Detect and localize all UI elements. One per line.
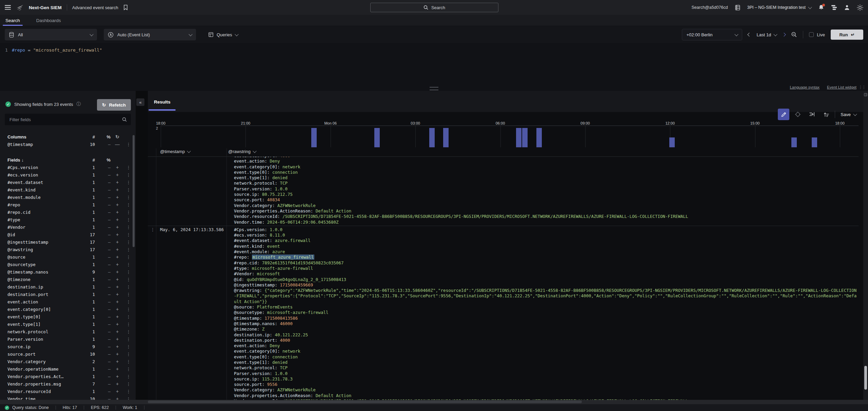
event-list-widget-link[interactable]: Event List widget: [827, 85, 856, 89]
view-mode-selector[interactable]: Auto (Event List): [104, 29, 196, 40]
field-value[interactable]: 4000: [280, 157, 290, 158]
field-menu-icon[interactable]: ⋮: [124, 217, 133, 222]
queries-menu-button[interactable]: Queries: [208, 32, 238, 37]
add-field-button[interactable]: +: [111, 351, 124, 357]
add-field-button[interactable]: +: [111, 321, 124, 327]
add-field-button[interactable]: +: [111, 224, 124, 230]
field-value[interactable]: Z: [262, 326, 265, 332]
timeline-bar[interactable]: [522, 128, 528, 147]
add-field-button[interactable]: +: [111, 284, 124, 289]
field-menu-icon[interactable]: ⋮: [124, 232, 133, 237]
add-field-button[interactable]: +: [111, 209, 124, 215]
field-menu-icon[interactable]: ⋮: [124, 269, 133, 275]
field-menu-icon[interactable]: ⋮: [124, 329, 133, 334]
field-value[interactable]: azure: [272, 249, 285, 254]
field-menu-icon[interactable]: ⋮: [124, 247, 133, 252]
field-row[interactable]: source.ip9–+⋮: [0, 343, 136, 350]
field-value[interactable]: 1715008413586: [264, 316, 298, 321]
field-row[interactable]: destination.port1–+⋮: [0, 291, 136, 298]
field-menu-icon[interactable]: ⋮: [124, 202, 133, 207]
field-value[interactable]: denied: [272, 360, 288, 365]
field-row[interactable]: #repo.cid1–+⋮: [0, 208, 136, 216]
field-menu-icon[interactable]: ⋮: [124, 172, 133, 178]
add-field-button[interactable]: +: [111, 277, 124, 282]
field-row[interactable]: #Cps.version1–+⋮: [0, 164, 136, 171]
field-value[interactable]: 40.121.222.25: [275, 332, 308, 337]
column-row[interactable]: @timestamp10–—⋮: [0, 141, 136, 148]
field-menu-icon[interactable]: ⋮: [124, 142, 133, 147]
field-row[interactable]: Vendor.properties.msg7–+⋮: [0, 380, 136, 388]
zoom-out-icon[interactable]: [791, 32, 797, 38]
timeline-plot[interactable]: 18:0021:00Mon 0603:0006:0009:0012:0015:0…: [161, 126, 840, 147]
field-menu-icon[interactable]: ⋮: [124, 352, 133, 357]
timeline-bar[interactable]: [669, 137, 675, 147]
field-menu-icon[interactable]: ⋮: [124, 180, 133, 185]
info-icon[interactable]: ⓘ: [76, 101, 81, 107]
timeline-bar[interactable]: [311, 128, 317, 147]
field-row[interactable]: network.protocol1–+⋮: [0, 328, 136, 335]
field-row[interactable]: #event.kind1–+⋮: [0, 186, 136, 193]
time-range-forward-icon[interactable]: [782, 33, 786, 36]
field-value[interactable]: microsoft: [257, 271, 280, 276]
field-value[interactable]: microsoft-azure-firewall: [267, 310, 329, 315]
field-row[interactable]: #type1–+⋮: [0, 216, 136, 223]
save-button[interactable]: Save: [838, 112, 859, 117]
field-value[interactable]: 46000: [280, 321, 293, 326]
edit-columns-pencil-icon[interactable]: [778, 109, 789, 120]
collapse-fields-panel-button[interactable]: «: [136, 98, 144, 106]
filter-fields-input[interactable]: [9, 117, 122, 123]
theme-toggle-sun-icon[interactable]: [857, 4, 863, 11]
splitter-grip-handle[interactable]: [430, 87, 438, 90]
add-field-button[interactable]: +: [111, 187, 124, 192]
add-field-button[interactable]: +: [111, 344, 124, 349]
field-value[interactable]: connection: [272, 354, 298, 359]
filter-fields-box[interactable]: [5, 114, 131, 125]
field-value[interactable]: 1.0.0: [275, 186, 288, 191]
field-row[interactable]: #ecs.version1–+⋮: [0, 171, 136, 179]
field-menu-icon[interactable]: ⋮: [124, 381, 133, 387]
timeline-bar[interactable]: [374, 128, 380, 147]
field-value[interactable]: 9556: [267, 382, 277, 387]
refetch-button[interactable]: ↻ Refetch: [97, 99, 131, 111]
timeline-bar[interactable]: [429, 128, 435, 147]
field-value[interactable]: PlatformEvents: [257, 304, 293, 310]
field-value[interactable]: 80.75.212.75: [262, 192, 293, 197]
field-menu-icon[interactable]: ⋮: [124, 359, 133, 364]
field-menu-icon[interactable]: ⋮: [124, 307, 133, 312]
field-menu-icon[interactable]: ⋮: [124, 277, 133, 282]
field-menu-icon[interactable]: ⋮: [124, 314, 133, 319]
run-button[interactable]: Run ↵: [831, 30, 863, 40]
user-context[interactable]: Search@a5d076cd: [691, 5, 728, 10]
field-row[interactable]: Vendor.category2–+⋮: [0, 358, 136, 365]
field-menu-icon[interactable]: ⋮: [124, 389, 133, 394]
field-menu-icon[interactable]: ⋮: [124, 337, 133, 342]
field-row[interactable]: Vendor.operationName1–+⋮: [0, 365, 136, 373]
field-value[interactable]: Default Action: [316, 208, 351, 213]
column-header-rawstring[interactable]: @rawstring: [228, 149, 256, 154]
timeline-bar[interactable]: [516, 128, 521, 147]
field-row[interactable]: #event.dataset1–+⋮: [0, 179, 136, 186]
add-field-button[interactable]: +: [111, 172, 124, 178]
field-menu-icon[interactable]: ⋮: [124, 210, 133, 215]
add-field-button[interactable]: +: [111, 314, 124, 319]
messages-icon[interactable]: [831, 5, 837, 11]
field-row[interactable]: @source1–+⋮: [0, 253, 136, 261]
field-value[interactable]: 7892e61351f041d193d450823c035067: [262, 260, 344, 265]
add-field-button[interactable]: +: [111, 180, 124, 185]
field-row[interactable]: #event.module1–+⋮: [0, 193, 136, 201]
field-value[interactable]: network: [282, 164, 300, 169]
field-value[interactable]: 40834: [267, 197, 280, 202]
field-value[interactable]: Deny: [270, 158, 280, 164]
notifications-bell-icon[interactable]: [818, 4, 824, 11]
add-field-button[interactable]: +: [111, 232, 124, 237]
field-value[interactable]: TCP: [280, 365, 288, 370]
tab-dashboards[interactable]: Dashboards: [36, 15, 61, 26]
add-field-button[interactable]: +: [111, 306, 124, 312]
field-value[interactable]: 2024-05-06T14:29:06.0453680Z: [267, 220, 339, 225]
field-row[interactable]: Parser.version1–+⋮: [0, 335, 136, 343]
field-row[interactable]: source.port10–+⋮: [0, 350, 136, 358]
field-menu-icon[interactable]: ⋮: [124, 299, 133, 304]
field-menu-icon[interactable]: ⋮: [124, 225, 133, 230]
add-field-button[interactable]: +: [111, 254, 124, 260]
add-field-button[interactable]: +: [111, 299, 124, 304]
